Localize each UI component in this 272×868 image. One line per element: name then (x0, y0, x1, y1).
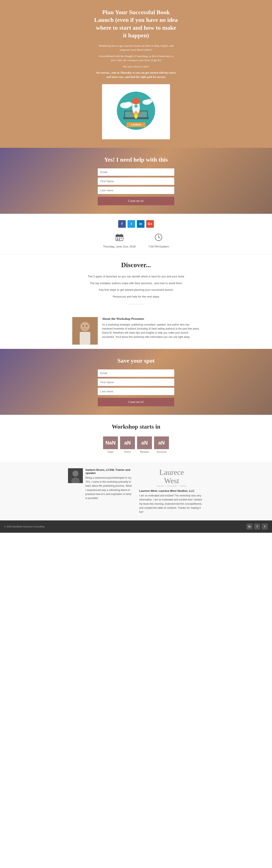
event-time-text: 7:00 PM Eastern (148, 245, 169, 248)
svg-point-13 (135, 114, 137, 119)
testimonial-1-name: Gailann Bruen, LCSW, Trainer and speaker (85, 468, 133, 475)
testimonial-1: Gailann Bruen, LCSW, Trainer and speaker… (68, 468, 133, 500)
svg-rect-20 (117, 238, 118, 239)
seconds-value: aN (154, 436, 169, 449)
minutes-value: aN (137, 436, 152, 449)
discover-item-4: Resources and help for the next steps (83, 293, 189, 300)
testimonial-2: Laurece West HEART • CONCEPT • FORM Laur… (139, 468, 204, 514)
svg-point-4 (146, 99, 152, 103)
testimonial-1-text: Gailann Bruen, LCSW, Trainer and speaker… (85, 468, 133, 500)
svg-rect-21 (119, 238, 120, 239)
event-info-section: f t in G+ Thursday, June 21st, 2018 (0, 214, 272, 254)
registration2-heading: Save your spot (4, 357, 268, 364)
footer-twitter-icon[interactable]: t (262, 524, 268, 530)
seconds-label: Seconds (157, 451, 167, 454)
hero-image-container: LAUNCH (102, 84, 170, 139)
presenter-description: As a marketing strategist, publishing co… (102, 323, 200, 339)
presenter-section: About the Workshop Presenter As a market… (68, 313, 204, 349)
rocket-illustration: LAUNCH (106, 88, 166, 135)
registration-form-2: Count me in! (98, 369, 174, 406)
twitter-icon[interactable]: t (128, 220, 135, 228)
hero-subtitle4: No worries...Join us Thursday so you can… (96, 71, 176, 79)
brand-logo: Laurece West HEART • CONCEPT • FORM (139, 468, 204, 487)
presenter-photo-placeholder (72, 317, 98, 345)
testimonial-2-quote: I am so motivated and excited! The works… (139, 494, 204, 514)
hours-label: Hours (124, 451, 131, 454)
event-details: Thursday, June 21st, 2018 7:00 PM Easter… (4, 233, 268, 248)
svg-rect-24 (119, 239, 120, 240)
testimonials-inner: Gailann Bruen, LCSW, Trainer and speaker… (68, 468, 204, 514)
discover-item-2: The top mistakes authors make with their… (83, 280, 189, 287)
discover-heading: Discover... (4, 261, 268, 269)
svg-point-36 (73, 471, 78, 476)
lastname-input-2[interactable] (98, 388, 174, 395)
countdown-section: Workshop starts in NaN Days aN Hours aN … (0, 415, 272, 462)
event-date-item: Thursday, June 21st, 2018 (103, 233, 136, 248)
hero-title: Plan Your Successful Book Launch (even i… (93, 8, 179, 39)
brand-name: Laurece West (139, 468, 204, 485)
registration1-heading: Yes! I need help with this (4, 156, 268, 163)
footer: © 2018 Needham Business Consulting in f … (0, 520, 272, 533)
countdown-seconds: aN Seconds (154, 436, 169, 454)
testimonial-2-name: Laurece West. Laurece West Studios, LLC (139, 489, 204, 492)
hero-section: Plan Your Successful Book Launch (even i… (0, 0, 272, 148)
hours-value: aN (120, 436, 135, 449)
svg-point-34 (86, 325, 87, 327)
svg-rect-22 (121, 238, 122, 239)
days-value: NaN (103, 436, 118, 449)
svg-text:LAUNCH: LAUNCH (131, 123, 141, 126)
presenter-section-label: About the Workshop Presenter (102, 317, 200, 321)
testimonial-1-photo (68, 468, 83, 483)
countdown-heading: Workshop starts in (4, 423, 268, 430)
countdown-days: NaN Days (103, 436, 118, 454)
save-spot-section: Save your spot Count me in! (0, 349, 272, 415)
discover-item-3: Key first steps to get started planning … (83, 286, 189, 293)
svg-rect-17 (116, 235, 123, 237)
social-icons-group: f t in G+ (4, 220, 268, 228)
event-date-text: Thursday, June 21st, 2018 (103, 245, 136, 248)
hero-subtitle2: Overwhelmed with the thought of launchin… (96, 54, 176, 62)
svg-point-33 (83, 325, 84, 327)
svg-point-31 (80, 322, 90, 331)
minutes-label: Minutes (140, 451, 149, 454)
svg-point-11 (135, 105, 137, 107)
svg-point-2 (125, 102, 132, 107)
footer-linkedin-icon[interactable]: in (246, 524, 252, 530)
testimonial-2-text: Laurece West. Laurece West Studios, LLC … (139, 489, 204, 514)
submit-button-1[interactable]: Count me in! (98, 197, 174, 205)
svg-point-28 (158, 237, 159, 238)
linkedin-icon[interactable]: in (137, 220, 144, 228)
lastname-input-1[interactable] (98, 187, 174, 194)
email-input-1[interactable] (98, 168, 174, 176)
registration-section-1: Yes! I need help with this Count me in! (0, 148, 272, 214)
firstname-input-1[interactable] (98, 178, 174, 185)
registration-form-1: Count me in! (98, 168, 174, 205)
clock-icon (154, 233, 163, 243)
presenter-info: About the Workshop Presenter As a market… (102, 317, 200, 339)
countdown-minutes: aN Minutes (137, 436, 152, 454)
countdown-hours: aN Hours (120, 436, 135, 454)
event-time-item: 7:00 PM Eastern (148, 233, 169, 248)
discover-list: The 2 types of launches so you can decid… (83, 273, 189, 300)
hero-subtitle3: Not sure where to start? (96, 64, 176, 69)
calendar-icon (115, 233, 124, 243)
countdown-boxes: NaN Days aN Hours aN Minutes aN Seconds (4, 436, 268, 454)
footer-social-icons: in f t (246, 524, 268, 530)
email-input-2[interactable] (98, 369, 174, 377)
testimonials-section: Gailann Bruen, LCSW, Trainer and speaker… (0, 462, 272, 520)
footer-copyright: © 2018 Needham Business Consulting (4, 525, 45, 528)
firstname-input-2[interactable] (98, 378, 174, 386)
facebook-icon[interactable]: f (118, 220, 126, 228)
brand-tagline: HEART • CONCEPT • FORM (139, 485, 204, 487)
days-label: Days (108, 451, 113, 454)
svg-rect-23 (117, 239, 118, 240)
googleplus-icon[interactable]: G+ (146, 220, 154, 228)
discover-section: Discover... The 2 types of launches so y… (0, 254, 272, 313)
testimonial-1-quote: Being a seasoned psychotherapist in my 7… (85, 476, 133, 500)
discover-item-1: The 2 types of launches so you can decid… (83, 273, 189, 280)
hero-subtitle1: Wondering how to get your new book out t… (96, 44, 176, 52)
presenter-photo (72, 317, 98, 345)
svg-rect-32 (80, 332, 90, 345)
submit-button-2[interactable]: Count me in! (98, 398, 174, 406)
footer-facebook-icon[interactable]: f (254, 524, 260, 530)
